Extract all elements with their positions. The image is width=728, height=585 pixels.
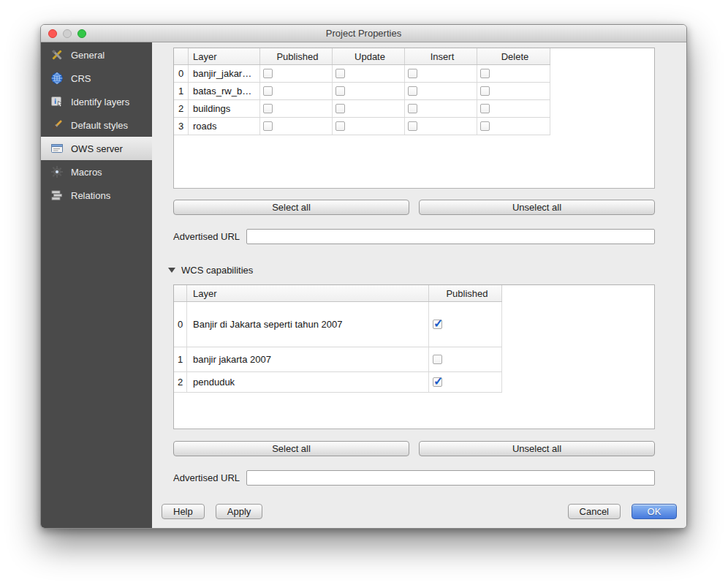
published-checkbox[interactable] [263,86,273,96]
layer-name-cell[interactable]: batas_rw_b… [189,83,260,99]
column-header-insert[interactable]: Insert [405,48,477,64]
delete-checkbox[interactable] [480,69,490,78]
apply-button[interactable]: Apply [216,504,263,519]
insert-cell [405,118,477,135]
delete-checkbox[interactable] [480,104,490,113]
titlebar[interactable]: Project Properties [41,25,686,42]
sidebar-item-general[interactable]: General [41,43,152,67]
update-checkbox[interactable] [335,121,345,131]
table-row: 1 banjir jakarta 2007 [174,347,502,372]
update-checkbox[interactable] [335,104,345,113]
select-all-button[interactable]: Select all [173,441,409,456]
column-header-layer[interactable]: Layer [189,48,260,64]
insert-checkbox[interactable] [408,69,417,78]
insert-cell [405,100,477,117]
update-checkbox[interactable] [335,86,345,96]
advertised-url-label: Advertised URL [173,472,240,483]
insert-cell [405,65,477,82]
table-header-row: Layer Published Update Insert Delete [174,48,550,65]
globe-icon [50,71,64,86]
table-row: 2 buildings [174,100,550,118]
paintbrush-icon [50,118,64,132]
published-cell [429,372,502,392]
delete-cell [477,83,550,99]
insert-cell [405,83,477,99]
insert-checkbox[interactable] [408,86,417,96]
update-cell [333,118,405,135]
zoom-button[interactable] [77,29,86,38]
delete-checkbox[interactable] [480,86,490,96]
row-header: 1 [174,83,189,99]
sidebar-item-default-styles[interactable]: Default styles [41,113,152,137]
column-header-update[interactable]: Update [333,48,405,64]
corner-header [174,285,187,301]
published-checkbox[interactable] [433,355,442,364]
window-title: Project Properties [41,28,686,39]
server-icon [50,141,64,156]
wcs-table-panel: Layer Published 0 Banjir di Jakarta sepe… [173,284,655,429]
advertised-url-label: Advertised URL [173,231,240,242]
sidebar-item-macros[interactable]: Macros [41,160,152,184]
layer-name-cell[interactable]: roads [189,118,260,135]
row-header: 0 [174,302,187,347]
unselect-all-button[interactable]: Unselect all [419,441,655,456]
table-header-row: Layer Published [174,285,502,302]
collapse-triangle-icon[interactable] [168,268,175,273]
update-cell [333,65,405,82]
table-row: 0 Banjir di Jakarta seperti tahun 2007 [174,302,502,347]
identify-icon: i [50,94,64,109]
delete-cell [477,65,550,82]
layer-name-cell[interactable]: Banjir di Jakarta seperti tahun 2007 [187,302,429,347]
sidebar-item-label: OWS server [71,143,123,154]
wcs-section-header[interactable]: WCS capabilities [168,265,686,276]
row-header: 0 [174,65,189,82]
sidebar-item-ows-server[interactable]: OWS server [41,137,152,160]
sidebar-item-crs[interactable]: CRS [41,67,152,90]
column-header-published[interactable]: Published [429,285,502,301]
published-cell [260,100,333,117]
sidebar-item-label: Default styles [71,120,128,131]
help-button[interactable]: Help [162,504,205,519]
table-row: 2 penduduk [174,372,502,393]
close-button[interactable] [48,29,57,38]
published-checkbox[interactable] [263,104,273,113]
column-header-layer[interactable]: Layer [187,285,429,301]
sidebar-item-relations[interactable]: Relations [41,184,152,207]
published-cell [260,65,333,82]
project-properties-window: Project Properties General CRS i Identif [40,24,687,529]
column-header-published[interactable]: Published [260,48,333,64]
ok-button[interactable]: OK [632,504,677,519]
delete-checkbox[interactable] [480,121,490,131]
layer-name-cell[interactable]: banjir jakarta 2007 [187,347,429,371]
advertised-url-input[interactable] [246,470,655,486]
minimize-button[interactable] [63,29,72,38]
sidebar: General CRS i Identify layers Default st… [41,42,152,528]
advertised-url-input[interactable] [246,229,655,244]
published-checkbox[interactable] [263,121,273,131]
relations-icon [50,188,64,203]
cancel-button[interactable]: Cancel [568,504,621,519]
unselect-all-button[interactable]: Unselect all [419,200,655,215]
insert-checkbox[interactable] [408,121,417,131]
update-cell [333,83,405,99]
insert-checkbox[interactable] [408,104,417,113]
published-checkbox[interactable] [433,377,442,387]
select-all-button[interactable]: Select all [173,200,409,215]
corner-header [174,48,189,64]
delete-cell [477,118,550,135]
published-checkbox[interactable] [263,69,273,78]
sidebar-item-label: Identify layers [71,97,129,107]
update-checkbox[interactable] [335,69,345,78]
sidebar-item-identify-layers[interactable]: i Identify layers [41,90,152,113]
published-checkbox[interactable] [433,320,442,329]
gear-icon [50,165,64,179]
layer-name-cell[interactable]: buildings [189,100,260,117]
update-cell [333,100,405,117]
sidebar-item-label: General [71,50,105,61]
column-header-delete[interactable]: Delete [477,48,550,64]
layer-name-cell[interactable]: penduduk [187,372,429,392]
row-header: 2 [174,372,187,392]
layer-name-cell[interactable]: banjir_jakar… [189,65,260,82]
sidebar-item-label: Macros [71,167,102,178]
row-header: 1 [174,347,187,371]
